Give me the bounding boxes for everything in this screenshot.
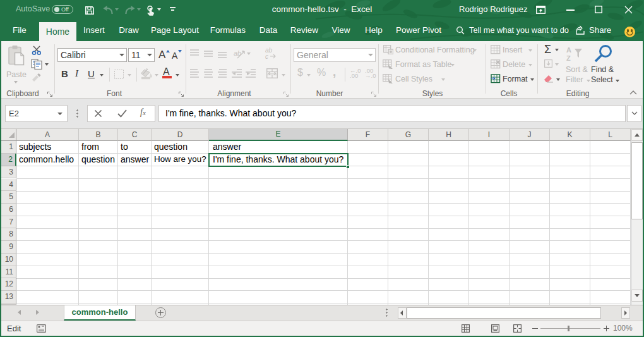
svg-text:Z: Z (566, 54, 571, 62)
svg-text:A: A (566, 46, 571, 54)
svg-text:c: c (265, 53, 268, 59)
